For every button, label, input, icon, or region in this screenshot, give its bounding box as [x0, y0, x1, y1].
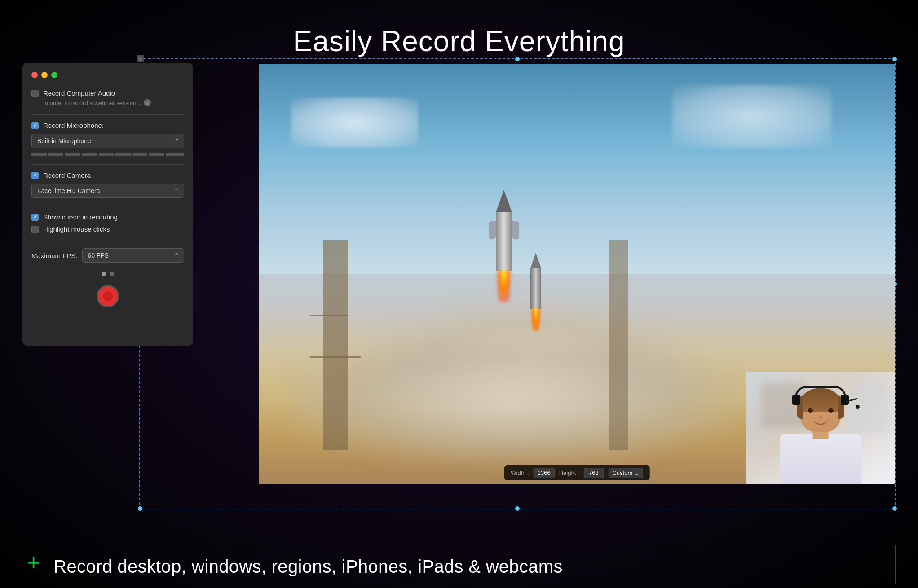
divider-2 [31, 164, 184, 165]
record-camera-checkbox[interactable] [31, 172, 39, 179]
bottom-line-right [895, 545, 896, 584]
highlight-clicks-label: Highlight mouse clicks [43, 225, 110, 233]
close-handle[interactable]: × [137, 55, 144, 62]
record-audio-label: Record Computer Audio [43, 89, 115, 97]
screenshot-content: Width : 1366 Height : 768 Custom ... [259, 64, 895, 484]
show-cursor-checkbox[interactable] [31, 214, 39, 221]
handle-bottom-right[interactable] [892, 506, 897, 511]
fps-select[interactable]: 60 FPS [82, 248, 184, 263]
microphone-select[interactable]: Built-in Microphone [31, 134, 184, 148]
traffic-light-yellow[interactable] [41, 72, 48, 78]
custom-dropdown[interactable]: Custom ... [608, 468, 643, 478]
plus-icon: + [27, 551, 40, 574]
webinar-note: In order to record a webinar session... … [43, 99, 184, 106]
record-button-inner [103, 291, 113, 301]
record-microphone-section: Record Microphone: Built-in Microphone ⌃ [31, 122, 184, 156]
record-microphone-checkbox[interactable] [31, 122, 39, 129]
height-label: Height : [559, 470, 579, 476]
highlight-clicks-row[interactable]: Highlight mouse clicks [31, 225, 184, 233]
fps-row: Maximum FPS: 60 FPS ⌃ [31, 248, 184, 263]
record-microphone-row[interactable]: Record Microphone: [31, 122, 184, 129]
camera-overlay [746, 372, 895, 484]
pagination-dot-2[interactable] [110, 272, 114, 276]
height-value[interactable]: 768 [583, 468, 604, 478]
fps-dropdown-wrapper: 60 FPS ⌃ [82, 248, 184, 263]
camera-select[interactable]: FaceTime HD Camera [31, 184, 184, 198]
traffic-lights [31, 72, 184, 78]
record-microphone-label: Record Microphone: [43, 122, 104, 129]
selection-border: Width : 1366 Height : 768 Custom ... [139, 58, 896, 509]
pagination-dots [31, 272, 184, 276]
divider-4 [31, 241, 184, 241]
microphone-dropdown-wrapper: Built-in Microphone ⌃ [31, 134, 184, 148]
width-value[interactable]: 1366 [534, 468, 555, 478]
handle-middle-right[interactable] [892, 282, 897, 286]
show-cursor-label: Show cursor in recording [43, 213, 118, 221]
bottom-bar: + Record desktop, windows, regions, iPho… [0, 536, 918, 588]
show-cursor-row[interactable]: Show cursor in recording [31, 213, 184, 221]
record-camera-label: Record Camera [43, 171, 91, 179]
divider-1 [31, 114, 184, 115]
info-icon[interactable]: i [144, 99, 151, 106]
record-audio-section: Record Computer Audio In order to record… [31, 89, 184, 106]
handle-bottom-middle[interactable] [515, 506, 520, 511]
dimension-bar: Width : 1366 Height : 768 Custom ... [504, 465, 649, 480]
record-audio-checkbox[interactable] [31, 90, 39, 97]
record-button[interactable] [97, 285, 119, 307]
traffic-light-green[interactable] [51, 72, 57, 78]
record-button-area [31, 285, 184, 307]
record-camera-section: Record Camera FaceTime HD Camera ⌃ [31, 171, 184, 198]
recording-area: × [22, 58, 896, 534]
camera-dropdown-wrapper: FaceTime HD Camera ⌃ [31, 184, 184, 198]
highlight-clicks-checkbox[interactable] [31, 226, 39, 233]
handle-bottom-left[interactable] [138, 506, 142, 511]
width-label: Width : [511, 470, 529, 476]
traffic-light-red[interactable] [31, 72, 38, 78]
fps-label: Maximum FPS: [31, 252, 78, 259]
cursor-section: Show cursor in recording Highlight mouse… [31, 213, 184, 233]
record-camera-row[interactable]: Record Camera [31, 171, 184, 179]
record-audio-row[interactable]: Record Computer Audio [31, 89, 184, 97]
divider-3 [31, 206, 184, 206]
rocket-scene [259, 64, 895, 484]
audio-level-bar [31, 153, 184, 156]
close-icon: × [139, 56, 142, 61]
control-panel: Record Computer Audio In order to record… [22, 63, 193, 346]
bottom-line-left [61, 550, 918, 550]
pagination-dot-1[interactable] [102, 272, 106, 276]
bottom-subtitle: Record desktop, windows, regions, iPhone… [53, 557, 563, 577]
